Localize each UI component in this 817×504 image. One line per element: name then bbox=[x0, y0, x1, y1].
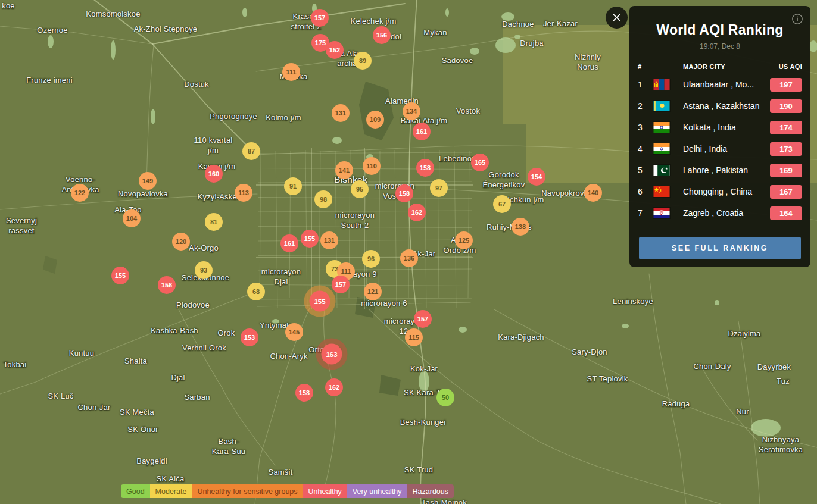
ranking-row[interactable]: 2Astana , Kazakhstan190 bbox=[629, 95, 810, 117]
ranking-row[interactable]: 6Chongqing , China167 bbox=[629, 181, 810, 202]
aqi-marker[interactable]: 121 bbox=[364, 283, 382, 300]
aqi-marker[interactable]: 156 bbox=[373, 26, 391, 44]
ranking-row[interactable]: 3Kolkata , India174 bbox=[629, 117, 810, 138]
aqi-marker[interactable]: 131 bbox=[332, 104, 350, 122]
aqi-marker[interactable]: 155 bbox=[310, 291, 330, 312]
aqi-value-badge: 190 bbox=[770, 99, 802, 113]
see-full-ranking-button[interactable]: SEE FULL RANKING bbox=[639, 237, 801, 259]
rank-number: 7 bbox=[638, 208, 653, 218]
ranking-header-row: # MAJOR CITY US AQI bbox=[629, 63, 810, 70]
aqi-marker[interactable]: 138 bbox=[512, 218, 529, 236]
country-flag-icon-cn bbox=[653, 186, 670, 197]
close-icon bbox=[612, 13, 621, 22]
aqi-marker[interactable]: 111 bbox=[282, 63, 300, 81]
ranking-row[interactable]: 5Lahore , Pakistan169 bbox=[629, 159, 810, 181]
aqi-marker[interactable]: 81 bbox=[205, 213, 223, 231]
legend-item: Moderate bbox=[150, 484, 192, 498]
aqi-marker[interactable]: 104 bbox=[123, 209, 141, 227]
aqi-marker[interactable]: 162 bbox=[408, 204, 426, 221]
aqi-marker[interactable]: 131 bbox=[320, 231, 338, 249]
ranking-row[interactable]: 1Ulaanbaatar , Mo...197 bbox=[629, 74, 810, 95]
aqi-marker[interactable]: 153 bbox=[241, 328, 258, 346]
aqi-marker[interactable]: 157 bbox=[311, 9, 329, 27]
aqi-marker[interactable]: 125 bbox=[455, 231, 473, 249]
aqi-value-badge: 197 bbox=[770, 78, 802, 92]
city-name: Lahore , Pakistan bbox=[683, 165, 766, 175]
aqi-legend: GoodModerateUnhealthy for sensitive grou… bbox=[121, 484, 454, 498]
aqi-marker[interactable]: 152 bbox=[326, 41, 344, 59]
aqi-marker[interactable]: 158 bbox=[416, 159, 434, 177]
city-name: Kolkata , India bbox=[683, 123, 766, 132]
ranking-row[interactable]: 7Zagreb , Croatia164 bbox=[629, 202, 810, 224]
aqi-marker[interactable]: 91 bbox=[284, 177, 302, 195]
rank-number: 1 bbox=[638, 80, 653, 89]
aqi-marker[interactable]: 155 bbox=[301, 230, 319, 248]
aqi-marker[interactable]: 110 bbox=[363, 157, 381, 175]
aqi-marker[interactable]: 163 bbox=[322, 344, 342, 365]
legend-item: Unhealthy bbox=[303, 484, 347, 498]
aqi-marker[interactable]: 157 bbox=[414, 310, 432, 328]
column-rank: # bbox=[638, 63, 653, 70]
rank-number: 4 bbox=[638, 144, 653, 154]
legend-item: Very unhealthy bbox=[347, 484, 407, 498]
aqi-marker[interactable]: 115 bbox=[405, 328, 423, 346]
aqi-marker[interactable]: 154 bbox=[528, 168, 545, 186]
aqi-marker[interactable]: 96 bbox=[362, 250, 380, 268]
aqi-value-badge: 173 bbox=[770, 142, 802, 156]
aqi-marker[interactable]: 165 bbox=[471, 154, 489, 171]
country-flag-icon-in bbox=[653, 143, 670, 154]
aqi-marker[interactable]: 158 bbox=[295, 384, 313, 402]
panel-timestamp: 19:07, Dec 8 bbox=[629, 42, 810, 51]
panel-title: World AQI Ranking bbox=[629, 6, 810, 38]
city-name: Zagreb , Croatia bbox=[683, 208, 766, 218]
aqi-marker[interactable]: 87 bbox=[242, 142, 260, 160]
legend-item: Unhealthy for sensitive groups bbox=[192, 484, 303, 498]
aqi-marker[interactable]: 145 bbox=[285, 323, 303, 341]
ranking-rows: 1Ulaanbaatar , Mo...1972Astana , Kazakhs… bbox=[629, 74, 810, 224]
country-flag-icon-mn bbox=[653, 79, 670, 90]
aqi-marker[interactable]: 50 bbox=[436, 389, 454, 406]
air-quality-map-app: { "panel": { "title": "World AQI Ranking… bbox=[0, 0, 817, 504]
aqi-marker[interactable]: 134 bbox=[403, 102, 420, 120]
rank-number: 2 bbox=[638, 101, 653, 111]
aqi-marker[interactable]: 120 bbox=[172, 233, 190, 251]
aqi-marker[interactable]: 113 bbox=[235, 184, 252, 202]
world-aqi-ranking-panel: World AQI Ranking 19:07, Dec 8 # MAJOR C… bbox=[629, 6, 810, 267]
aqi-marker[interactable]: 97 bbox=[430, 179, 448, 197]
aqi-marker[interactable]: 161 bbox=[280, 234, 298, 252]
legend-item: Hazardous bbox=[407, 484, 454, 498]
aqi-marker[interactable]: 149 bbox=[139, 172, 157, 190]
column-aqi: US AQI bbox=[766, 63, 802, 70]
aqi-value-badge: 167 bbox=[770, 185, 802, 199]
info-icon[interactable] bbox=[791, 13, 803, 25]
close-panel-button[interactable] bbox=[606, 7, 628, 29]
country-flag-icon-hr bbox=[653, 208, 670, 218]
aqi-value-badge: 164 bbox=[770, 206, 802, 220]
aqi-marker[interactable]: 160 bbox=[205, 165, 223, 183]
aqi-marker[interactable]: 67 bbox=[493, 195, 511, 213]
aqi-marker[interactable]: 122 bbox=[71, 184, 89, 202]
aqi-marker[interactable]: 140 bbox=[584, 184, 602, 202]
city-name: Ulaanbaatar , Mo... bbox=[683, 80, 766, 89]
aqi-marker[interactable]: 98 bbox=[314, 190, 332, 208]
aqi-marker[interactable]: 136 bbox=[400, 249, 418, 267]
aqi-marker[interactable]: 162 bbox=[325, 378, 343, 396]
aqi-marker[interactable]: 93 bbox=[195, 261, 213, 279]
aqi-marker[interactable]: 158 bbox=[158, 276, 176, 294]
aqi-marker[interactable]: 157 bbox=[332, 276, 350, 293]
aqi-marker[interactable]: 158 bbox=[395, 184, 413, 202]
aqi-marker[interactable]: 89 bbox=[354, 52, 372, 70]
aqi-marker[interactable]: 95 bbox=[351, 180, 369, 198]
rank-number: 3 bbox=[638, 123, 653, 132]
country-flag-icon-pk bbox=[653, 165, 670, 176]
country-flag-icon-in bbox=[653, 122, 670, 133]
aqi-marker[interactable]: 161 bbox=[413, 123, 431, 140]
aqi-marker[interactable]: 155 bbox=[111, 267, 129, 284]
aqi-marker[interactable]: 68 bbox=[247, 283, 265, 300]
city-name: Delhi , India bbox=[683, 144, 766, 154]
rank-number: 6 bbox=[638, 187, 653, 196]
ranking-row[interactable]: 4Delhi , India173 bbox=[629, 138, 810, 159]
aqi-marker[interactable]: 141 bbox=[335, 161, 353, 179]
aqi-value-badge: 174 bbox=[770, 121, 802, 134]
aqi-marker[interactable]: 109 bbox=[366, 111, 384, 129]
